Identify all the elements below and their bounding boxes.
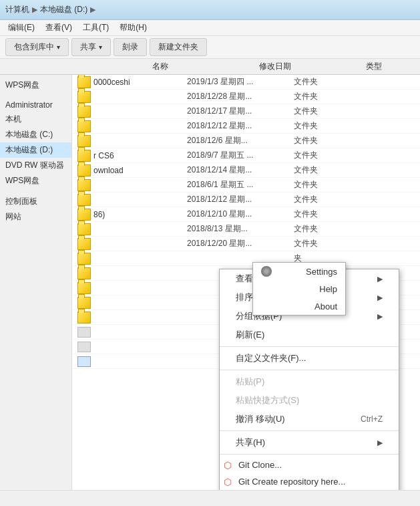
file-date: 2018/12/17 星期... <box>187 106 294 117</box>
ctx-refresh[interactable]: 刷新(E) <box>220 326 399 344</box>
col-modified: 修改日期 <box>254 61 361 72</box>
table-row[interactable]: 0000ceshi 2019/1/3 星期四 ... 文件夹 <box>72 75 420 90</box>
menu-help[interactable]: 帮助(H) <box>114 21 152 35</box>
breadcrumb-arrow: ▶ <box>32 5 37 14</box>
share-label: 共享 <box>80 41 96 53</box>
submenu-about-label: About <box>314 301 337 311</box>
folder-icon <box>77 106 91 118</box>
folder-icon <box>77 311 91 324</box>
sidebar-item-website[interactable]: 网站 <box>0 209 71 225</box>
file-date: 2018/9/7 星期五 ... <box>187 150 294 161</box>
folder-icon <box>77 135 91 147</box>
ctx-paste-shortcut[interactable]: 粘贴快捷方式(S) <box>220 391 399 410</box>
sidebar-item-local[interactable]: 本机 <box>0 112 71 127</box>
settings-icon <box>261 266 272 277</box>
folder-icon <box>77 150 91 162</box>
menu-edit[interactable]: 编辑(E) <box>3 21 40 35</box>
file-type: 文件夹 <box>294 106 347 117</box>
sidebar-item-d[interactable]: 本地磁盘 (D:) <box>0 142 71 158</box>
ctx-git-clone-label: Git Clone... <box>238 460 282 470</box>
share-button[interactable]: 共享 ▾ <box>71 38 111 56</box>
submenu-about[interactable]: About <box>253 297 345 315</box>
sidebar-item-controlpanel[interactable]: 控制面板 <box>0 194 71 209</box>
window: 计算机 ▶ 本地磁盘 (D:) ▶ 编辑(E) 查看(V) 工具(T) 帮助(H… <box>0 0 420 506</box>
submenu-settings-label: Settings <box>306 267 337 277</box>
file-type: 文件夹 <box>294 238 347 249</box>
file-type: 文件夹 <box>294 223 347 235</box>
table-row[interactable]: 86) 2018/12/10 星期... 文件夹 <box>72 207 420 222</box>
sidebar-item-c[interactable]: 本地磁盘 (C:) <box>0 127 71 142</box>
table-row[interactable]: 2018/6/1 星期五 ... 文件夹 <box>72 178 420 193</box>
ctx-undo-shortcut: Ctrl+Z <box>361 414 383 424</box>
title-bar: 计算机 ▶ 本地磁盘 (D:) ▶ <box>0 0 420 20</box>
include-label: 包含到库中 <box>14 41 54 53</box>
table-row[interactable]: 2018/8/13 星期... 文件夹 <box>72 222 420 237</box>
col-type: 类型 <box>361 61 420 72</box>
sidebar-item-wps2[interactable]: WPS网盘 <box>0 173 71 188</box>
submenu-help-label: Help <box>319 284 337 294</box>
ctx-share[interactable]: 共享(H) ▶ <box>220 433 399 452</box>
folder-icon <box>77 120 91 132</box>
folder-icon <box>77 164 91 176</box>
git-icon: ⬡ <box>224 460 232 471</box>
submenu-settings[interactable]: Settings <box>253 263 345 280</box>
folder-icon <box>77 209 91 221</box>
file-date: 2018/8/13 星期... <box>187 223 294 235</box>
ctx-paste-shortcut-label: 粘贴快捷方式(S) <box>236 394 299 406</box>
table-row[interactable]: ownload 2018/12/14 星期... 文件夹 <box>72 163 420 178</box>
table-row[interactable]: 2018/12/28 星期... 文件夹 <box>72 90 420 104</box>
table-row[interactable]: r CS6 2018/9/7 星期五 ... 文件夹 <box>72 148 420 163</box>
sidebar-item-wps[interactable]: WPS网盘 <box>0 78 71 93</box>
file-date: 2018/12/28 星期... <box>187 91 294 102</box>
ctx-git-create[interactable]: ⬡ Git Create repository here... <box>220 473 399 490</box>
file-type: 文件夹 <box>294 164 347 176</box>
file-type: 文件夹 <box>294 76 347 88</box>
new-folder-label: 新建文件夹 <box>158 41 198 53</box>
file-date: 2018/12/12 星期... <box>187 194 294 205</box>
file-name: 86) <box>93 210 187 219</box>
table-row[interactable]: 夹 <box>72 251 420 266</box>
table-row[interactable]: 2018/12/6 星期... 文件夹 <box>72 134 420 148</box>
file-date: 2019/1/3 星期四 ... <box>187 76 294 88</box>
menu-tools[interactable]: 工具(T) <box>77 21 114 35</box>
burn-button[interactable]: 刻录 <box>114 38 147 56</box>
ctx-git-create-label: Git Create repository here... <box>238 477 345 487</box>
file-date: 2018/12/12 星期... <box>187 120 294 132</box>
include-library-button[interactable]: 包含到库中 ▾ <box>5 38 69 56</box>
ctx-separator <box>220 370 399 370</box>
ctx-separator <box>220 430 399 431</box>
content-area: WPS网盘 Administrator 本机 本地磁盘 (C:) 本地磁盘 (D… <box>0 75 420 490</box>
ctx-git-clone[interactable]: ⬡ Git Clone... <box>220 457 399 473</box>
ctx-undo[interactable]: 撤消 移动(U) Ctrl+Z <box>220 410 399 428</box>
table-row[interactable]: 2018/12/12 星期... 文件夹 <box>72 193 420 207</box>
ctx-customize-label: 自定义文件夹(F)... <box>236 352 306 364</box>
submenu-help[interactable]: Help <box>253 280 345 297</box>
file-type: 文件夹 <box>294 150 347 161</box>
ctx-paste[interactable]: 粘贴(P) <box>220 372 399 391</box>
column-headers: 名称 修改日期 类型 大小 <box>0 59 420 75</box>
file-date: 2018/12/20 星期... <box>187 238 294 249</box>
folder-icon <box>77 253 91 265</box>
breadcrumb: 计算机 ▶ 本地磁盘 (D:) ▶ <box>5 4 95 15</box>
submenu-arrow-icon: ▶ <box>377 275 383 283</box>
sidebar-item-dvd[interactable]: DVD RW 驱动器 <box>0 158 71 173</box>
table-row[interactable]: 2018/12/12 星期... 文件夹 <box>72 119 420 134</box>
folder-icon <box>77 223 91 235</box>
table-row[interactable]: 2018/12/20 星期... 文件夹 <box>72 237 420 251</box>
sidebar-item-administrator[interactable]: Administrator <box>0 98 71 112</box>
ctx-undo-label: 撤消 移动(U) <box>236 413 285 425</box>
ctx-separator <box>220 454 399 455</box>
ctx-separator <box>220 346 399 347</box>
file-type: 文件夹 <box>294 91 347 102</box>
table-row[interactable]: 2018/12/17 星期... 文件夹 <box>72 104 420 119</box>
folder-icon <box>77 238 91 250</box>
folder-icon <box>77 179 91 191</box>
menu-view[interactable]: 查看(V) <box>40 21 77 35</box>
ctx-customize[interactable]: 自定义文件夹(F)... <box>220 349 399 368</box>
file-name: r CS6 <box>93 151 187 160</box>
breadcrumb-part: 本地磁盘 (D:) <box>40 4 87 15</box>
new-folder-button[interactable]: 新建文件夹 <box>150 38 207 56</box>
toolbar: 包含到库中 ▾ 共享 ▾ 刻录 新建文件夹 <box>0 36 420 59</box>
submenu-arrow-icon: ▶ <box>377 293 383 302</box>
git-icon: ⬡ <box>224 477 232 487</box>
